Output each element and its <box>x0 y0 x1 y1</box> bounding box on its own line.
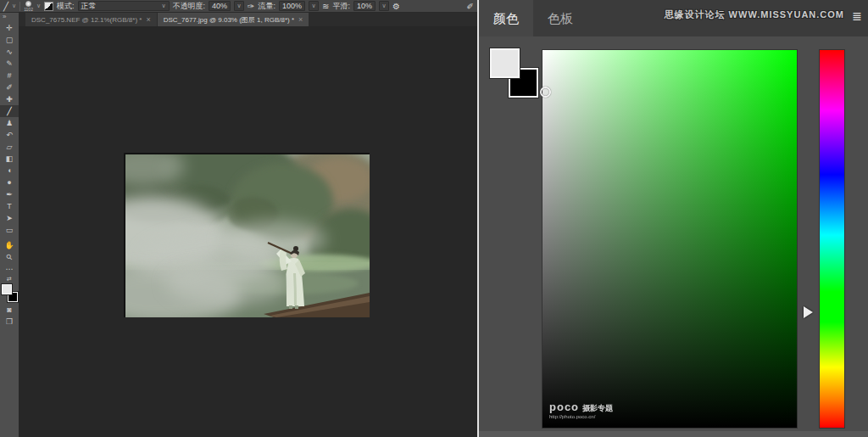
poco-brand: poco <box>549 403 579 412</box>
misty-river-photo <box>125 154 370 317</box>
pressure-opacity-icon[interactable]: ✑ <box>248 1 254 12</box>
tools-panel: » ✛ ▢ ∿ ✎ # ✐ ✚ ╱ ♟ ↶ ▱ ◧ ◖ ● ✒ T ➤ ▭ ✋ … <box>0 13 19 437</box>
tool-marquee[interactable]: ▢ <box>0 34 19 46</box>
document-tab-1[interactable]: DSC_7675.NEF @ 12.1%(RGB/8*) * × <box>25 13 157 26</box>
tool-path-selection[interactable]: ➤ <box>0 212 19 224</box>
foreground-color-swatch[interactable] <box>490 48 520 78</box>
options-bar: ╱ ∨ 1102 ∨ 模式: 正常 ∨ 不透明度: 40% ∨ ✑ 流量: 10… <box>0 0 477 13</box>
poco-url: http://photo.poco.cn/ <box>549 412 613 421</box>
color-swatches <box>2 284 18 304</box>
foreground-color-swatch[interactable] <box>2 284 12 294</box>
photoshop-window: ╱ ∨ 1102 ∨ 模式: 正常 ∨ 不透明度: 40% ∨ ✑ 流量: 10… <box>0 0 868 437</box>
tool-clone-stamp[interactable]: ♟ <box>0 117 19 129</box>
brush-preset-picker[interactable]: 1102 <box>24 1 33 11</box>
smoothing-input[interactable]: 10% <box>353 1 376 11</box>
document-tab-2-label: DSC_7677.jpg @ 9.03% (图层 1, RGB/8*) * <box>164 15 294 25</box>
tab-swatches[interactable]: 色板 <box>533 0 587 36</box>
saturation-brightness-field[interactable]: poco 摄影专题 http://photo.poco.cn/ <box>542 49 798 429</box>
tool-spot-healing[interactable]: ✚ <box>0 93 19 105</box>
tool-crop[interactable]: # <box>0 70 19 81</box>
tool-gradient[interactable]: ◧ <box>0 153 19 165</box>
tool-lasso[interactable]: ∿ <box>0 46 19 58</box>
color-picker-cursor[interactable] <box>540 87 551 98</box>
document-tab-2[interactable]: DSC_7677.jpg @ 9.03% (图层 1, RGB/8*) * × <box>158 13 309 26</box>
screen-mode-button[interactable]: ❐ <box>0 316 19 328</box>
color-panel-header: 颜色 色板 思缘设计论坛 WWW.MISSYUAN.COM ≣ <box>479 0 868 36</box>
poco-title: 摄影专题 <box>582 404 613 412</box>
canvas-document-image[interactable] <box>125 154 369 317</box>
tool-shape[interactable]: ▭ <box>0 224 19 236</box>
site-watermark: 思缘设计论坛 WWW.MISSYUAN.COM <box>665 8 844 21</box>
gear-icon[interactable]: ⚙ <box>392 1 400 12</box>
quick-mask-button[interactable]: ◙ <box>0 304 19 316</box>
tab-color[interactable]: 颜色 <box>479 0 533 36</box>
document-tab-bar: DSC_7675.NEF @ 12.1%(RGB/8*) * × DSC_767… <box>19 13 477 26</box>
hue-slider-cursor[interactable] <box>804 306 813 318</box>
color-panel: 颜色 色板 思缘设计论坛 WWW.MISSYUAN.COM ≣ poco 摄影专… <box>479 0 868 437</box>
flow-dropdown-button[interactable]: ∨ <box>309 1 319 11</box>
tool-brush[interactable]: ╱ <box>0 105 19 117</box>
tool-type[interactable]: T <box>0 200 19 212</box>
panel-footer <box>479 431 868 437</box>
opacity-dropdown-button[interactable]: ∨ <box>234 1 244 11</box>
poco-watermark: poco 摄影专题 http://photo.poco.cn/ <box>549 403 613 421</box>
chevron-down-icon: ∨ <box>161 2 165 10</box>
flow-input[interactable]: 100% <box>279 1 305 11</box>
tool-move[interactable]: ✛ <box>0 22 19 34</box>
tool-history-brush[interactable]: ↶ <box>0 129 19 141</box>
separator <box>19 2 20 11</box>
brush-size-value: 1102 <box>24 8 33 11</box>
smoothing-label: 平滑: <box>332 1 350 12</box>
tool-quick-selection[interactable]: ✎ <box>0 58 19 70</box>
close-icon[interactable]: × <box>146 15 150 24</box>
hue-slider[interactable] <box>819 49 845 429</box>
tool-pen[interactable]: ✒ <box>0 188 19 200</box>
collapse-toolbar-icon[interactable]: » <box>0 13 6 22</box>
close-icon[interactable]: × <box>298 15 303 24</box>
brush-tip-icon <box>25 1 31 7</box>
document-tab-1-label: DSC_7675.NEF @ 12.1%(RGB/8*) * <box>31 16 142 24</box>
pressure-size-icon[interactable]: ✐ <box>467 1 474 12</box>
chevron-down-icon[interactable]: ∨ <box>36 3 41 9</box>
blend-mode-value: 正常 <box>81 2 97 10</box>
flow-label: 流量: <box>258 1 275 12</box>
blend-mode-select[interactable]: 正常 ∨ <box>78 1 170 11</box>
opacity-label: 不透明度: <box>173 1 206 12</box>
tool-dodge[interactable]: ◖ <box>0 165 19 176</box>
airbrush-icon[interactable]: ≋ <box>322 1 329 12</box>
brush-tool-icon[interactable]: ╱ <box>3 1 8 12</box>
tool-eyedropper[interactable]: ✐ <box>0 81 19 93</box>
tool-eraser[interactable]: ▱ <box>0 141 19 153</box>
swap-colors-icon[interactable]: ⇄ <box>7 275 12 283</box>
opacity-input[interactable]: 40% <box>209 1 231 11</box>
panel-menu-icon[interactable]: ≣ <box>852 10 862 22</box>
brush-panel-toggle-icon[interactable] <box>44 2 53 11</box>
mode-label: 模式: <box>57 1 75 12</box>
tool-blur[interactable]: ● <box>0 176 19 188</box>
canvas-workspace[interactable] <box>19 26 477 437</box>
smoothing-dropdown-button[interactable]: ∨ <box>379 1 389 11</box>
chevron-down-icon[interactable]: ∨ <box>12 3 16 9</box>
